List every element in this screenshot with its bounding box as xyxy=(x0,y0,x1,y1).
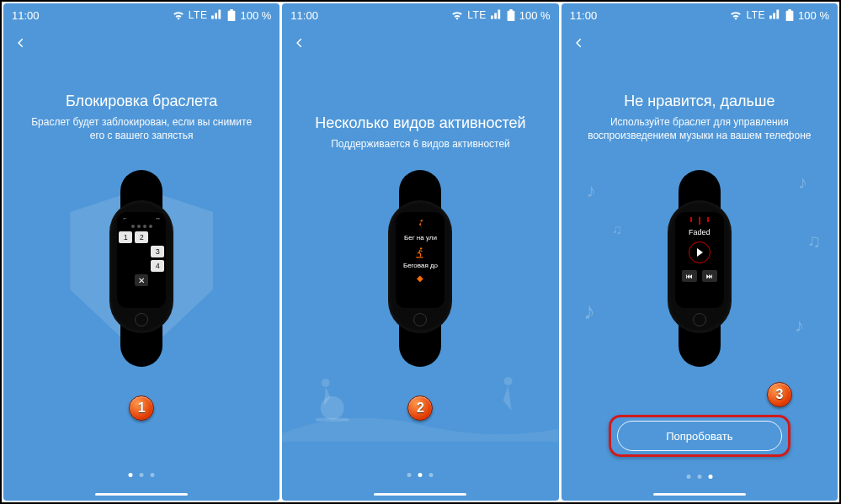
page-subtitle: Используйте браслет для управления воспр… xyxy=(585,115,814,142)
network-label: LTE xyxy=(189,9,208,21)
battery-icon xyxy=(227,9,236,21)
back-button[interactable] xyxy=(294,37,311,54)
nav-home-indicator xyxy=(653,493,746,496)
status-indicators: LTE 100 % xyxy=(730,9,829,22)
back-button[interactable] xyxy=(573,37,590,54)
band-device: Faded ⏮ ⏭ xyxy=(663,170,736,367)
prev-track-icon: ⏮ xyxy=(682,270,697,282)
nav-home-indicator xyxy=(95,493,188,496)
pin-swap-icon: ↔ xyxy=(155,215,161,221)
status-bar: 11:00 LTE 100 % xyxy=(3,3,279,27)
page-indicator xyxy=(407,473,434,477)
signal-icon xyxy=(769,9,781,22)
battery-label: 100 % xyxy=(240,9,271,22)
onboarding-panel-3: 11:00 LTE 100 % Не нравится, дальше Испо… xyxy=(562,3,838,501)
status-bar: 11:00 LTE 100 % xyxy=(282,3,558,27)
band-home-icon xyxy=(413,313,427,326)
svg-point-0 xyxy=(321,396,344,420)
pin-key: 4 xyxy=(151,260,164,272)
network-label: LTE xyxy=(467,9,487,21)
running-icon xyxy=(414,219,426,232)
pin-key: 1 xyxy=(119,231,132,243)
network-label: LTE xyxy=(746,9,765,21)
status-time: 11:00 xyxy=(12,9,40,22)
back-button[interactable] xyxy=(15,37,32,54)
band-screen-music: Faded ⏮ ⏭ xyxy=(675,212,724,308)
wifi-icon xyxy=(451,10,463,20)
svg-point-2 xyxy=(322,379,330,387)
page-indicator xyxy=(686,475,712,479)
play-icon xyxy=(689,241,711,263)
treadmill-icon xyxy=(414,247,426,260)
page-subtitle: Браслет будет заблокирован, если вы сним… xyxy=(27,115,256,142)
status-time: 11:00 xyxy=(570,9,598,22)
try-button[interactable]: Попробовать xyxy=(617,421,782,451)
step-badge: 3 xyxy=(767,382,792,407)
pin-key: 3 xyxy=(151,246,164,257)
activity-label: Беговая до xyxy=(403,262,438,269)
activity-label: Бег на ули xyxy=(404,234,437,241)
page-title: Блокировка браслета xyxy=(27,93,256,110)
page-indicator xyxy=(129,473,155,477)
try-button-highlight: Попробовать xyxy=(609,415,790,457)
try-button-label: Попробовать xyxy=(666,430,732,443)
band-screen-pin: ← ↔ 1 2 3 4 ✕ xyxy=(117,212,166,308)
activity-more-icon: ◆ xyxy=(417,274,423,283)
activity-row: Беговая до xyxy=(403,247,438,269)
wifi-icon xyxy=(173,10,184,20)
battery-label: 100 % xyxy=(519,9,551,22)
pin-key: 2 xyxy=(135,231,148,243)
svg-point-5 xyxy=(420,247,422,249)
activity-row: Бег на ули xyxy=(404,219,437,241)
track-title: Faded xyxy=(689,228,711,236)
onboarding-panel-2: 11:00 LTE 100 % Несколько видов активнос… xyxy=(282,3,558,501)
step-badge: 2 xyxy=(407,395,433,421)
pin-back-icon: ← xyxy=(122,215,128,221)
svg-point-3 xyxy=(504,377,513,385)
status-time: 11:00 xyxy=(290,9,318,22)
step-badge: 1 xyxy=(129,395,154,421)
band-home-icon xyxy=(135,313,148,326)
battery-label: 100 % xyxy=(798,9,829,22)
svg-point-4 xyxy=(421,220,423,221)
battery-icon xyxy=(785,9,794,21)
activity-row: ◆ xyxy=(417,274,423,283)
band-device: Бег на ули Беговая до ◆ xyxy=(384,170,456,367)
page-title: Не нравится, дальше xyxy=(585,93,814,110)
status-bar: 11:00 LTE 100 % xyxy=(562,3,838,27)
status-indicators: LTE 100 % xyxy=(451,9,551,22)
band-home-icon xyxy=(693,313,706,326)
status-indicators: LTE 100 % xyxy=(173,9,272,22)
battery-icon xyxy=(507,9,515,21)
equalizer-icon xyxy=(690,217,709,225)
page-title: Несколько видов активностей xyxy=(306,114,535,132)
page-subtitle: Поддерживается 6 видов активностей xyxy=(306,137,535,151)
next-track-icon: ⏭ xyxy=(702,270,717,282)
signal-icon xyxy=(491,9,503,22)
pin-delete-key: ✕ xyxy=(135,274,148,286)
band-screen-activities: Бег на ули Беговая до ◆ xyxy=(396,212,444,308)
nav-home-indicator xyxy=(374,493,466,496)
onboarding-panel-1: 11:00 LTE 100 % Блокировка браслета Брас… xyxy=(3,3,279,501)
wifi-icon xyxy=(730,10,742,20)
signal-icon xyxy=(211,9,223,22)
band-device: ← ↔ 1 2 3 4 ✕ xyxy=(105,170,178,367)
